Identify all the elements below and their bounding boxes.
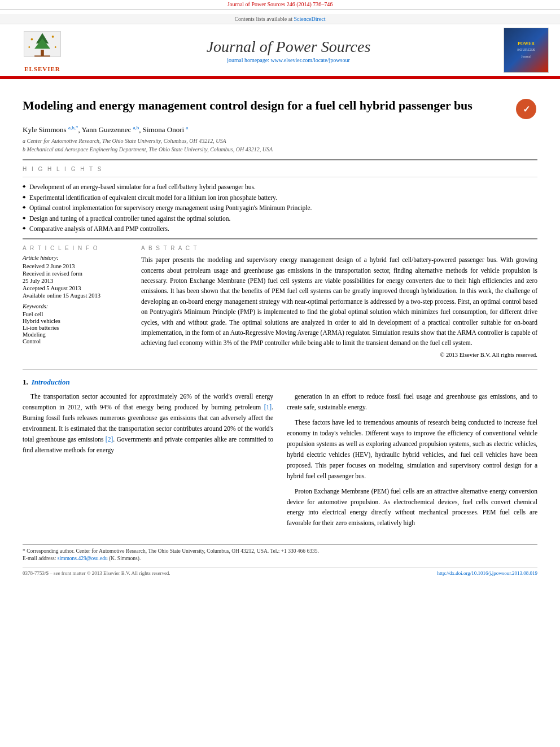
- received-revised-label: Received in revised form: [23, 270, 130, 277]
- highlight-item-2: Experimental identification of equivalen…: [23, 193, 537, 203]
- doi-anchor[interactable]: http://dx.doi.org/10.1016/j.jpowsour.201…: [437, 570, 537, 576]
- elsevier-logo: ELSEVIER: [11, 29, 73, 72]
- intro-right: generation in an effort to reduce fossil…: [287, 391, 537, 534]
- elsevier-label: ELSEVIER: [24, 65, 60, 72]
- journal-top-bar: Journal of Power Sources 246 (2014) 736–…: [0, 0, 560, 10]
- issn-text: 0378-7753/$ – see front matter © 2013 El…: [23, 570, 170, 576]
- contents-label: Contents lists available at: [234, 16, 292, 22]
- title-divider: [23, 159, 537, 160]
- intro-para2: generation in an effort to reduce fossil…: [287, 391, 537, 413]
- revised-date: 25 July 2013: [23, 278, 130, 284]
- highlight-item-1: Development of an energy-based simulator…: [23, 182, 537, 192]
- keyword-3: Li-ion batteries: [23, 325, 130, 331]
- citation-text: Journal of Power Sources 246 (2014) 736–…: [228, 1, 333, 7]
- paper-container: Modeling and energy management control d…: [0, 79, 560, 584]
- highlights-list: Development of an energy-based simulator…: [23, 182, 537, 234]
- intro-para4: Proton Exchange Membrane (PEM) fuel cell…: [287, 486, 537, 529]
- section-title: Introduction: [32, 378, 70, 387]
- contents-bar: Contents lists available at ScienceDirec…: [0, 14, 560, 24]
- abstract-text: This paper presents the modeling and sup…: [141, 255, 537, 348]
- journal-center: Journal of Power Sources journal homepag…: [73, 38, 504, 63]
- sciencedirect-link[interactable]: ScienceDirect: [294, 16, 325, 22]
- authors: Kyle Simmons a,b,*, Yann Guezennec a,b, …: [23, 125, 537, 134]
- crossmark-icon: ✓: [515, 98, 537, 120]
- history-label: Article history:: [23, 255, 130, 261]
- doi-link[interactable]: http://dx.doi.org/10.1016/j.jpowsour.201…: [437, 570, 537, 576]
- copyright: © 2013 Elsevier B.V. All rights reserved…: [141, 352, 537, 358]
- email-label: E-mail address:: [23, 556, 58, 561]
- article-info-abstract: A R T I C L E I N F O Article history: R…: [23, 245, 537, 358]
- affiliation-b: b Mechanical and Aerospace Engineering D…: [23, 145, 537, 154]
- keyword-5: Control: [23, 338, 130, 344]
- section-heading: 1. Introduction: [23, 378, 537, 391]
- highlights-top-divider: [23, 177, 537, 177]
- svg-point-8: [55, 46, 56, 48]
- journal-header: Contents lists available at ScienceDirec…: [0, 10, 560, 79]
- keywords-label: Keywords:: [23, 303, 130, 309]
- keyword-2: Hybrid vehicles: [23, 318, 130, 324]
- article-info-label: A R T I C L E I N F O: [23, 245, 130, 251]
- svg-point-6: [52, 36, 54, 38]
- received-date: Received 2 June 2013: [23, 263, 130, 269]
- highlights-header: H I G H L I G H T S: [23, 166, 537, 172]
- intro-left: The transportation sector accounted for …: [23, 391, 273, 534]
- highlight-item-3: Optimal control implementation for super…: [23, 203, 537, 213]
- paper-title-area: Modeling and energy management control d…: [23, 98, 537, 120]
- intro-para1: The transportation sector accounted for …: [23, 391, 273, 456]
- footnote-corresponding: * Corresponding author. Center for Autom…: [23, 548, 537, 554]
- footer-bar: 0378-7753/$ – see front matter © 2013 El…: [23, 567, 537, 576]
- affiliations: a Center for Automotive Research, The Oh…: [23, 137, 537, 154]
- accepted-date: Accepted 5 August 2013: [23, 285, 130, 291]
- email-link[interactable]: simmons.429@osu.edu: [58, 556, 108, 561]
- svg-text:✓: ✓: [523, 104, 530, 114]
- footnote-email: E-mail address: simmons.429@osu.edu (K. …: [23, 556, 537, 561]
- abstract-col: A B S T R A C T This paper presents the …: [141, 245, 537, 358]
- keyword-4: Modeling: [23, 331, 130, 338]
- intro-section: 1. Introduction The transportation secto…: [23, 369, 537, 534]
- email-author: (K. Simmons).: [109, 556, 141, 561]
- section-num: 1.: [23, 378, 28, 387]
- highlights-bottom-divider: [23, 238, 537, 239]
- keyword-1: Fuel cell: [23, 311, 130, 317]
- available-date: Available online 15 August 2013: [23, 292, 130, 299]
- journal-homepage: journal homepage: www.elsevier.com/locat…: [73, 57, 504, 63]
- affiliation-a: a Center for Automotive Research, The Oh…: [23, 137, 537, 145]
- article-info-col: A R T I C L E I N F O Article history: R…: [23, 245, 130, 358]
- highlight-item-5: Comparative analysis of ARMA and PMP con…: [23, 224, 537, 234]
- svg-point-5: [31, 38, 33, 40]
- homepage-url[interactable]: www.elsevier.com/locate/jpowsour: [270, 57, 349, 63]
- paper-title: Modeling and energy management control d…: [23, 98, 515, 114]
- journal-name: Journal of Power Sources: [73, 38, 504, 56]
- footnotes: * Corresponding author. Center for Autom…: [23, 544, 537, 561]
- abstract-label: A B S T R A C T: [141, 245, 537, 251]
- intro-para3: These factors have led to tremendous amo…: [287, 417, 537, 482]
- journal-cover-image: POWER SOURCES Journal: [504, 28, 549, 73]
- svg-rect-1: [41, 50, 44, 56]
- elsevier-tree-icon: [20, 29, 65, 65]
- svg-point-7: [28, 46, 30, 48]
- intro-body: The transportation sector accounted for …: [23, 391, 537, 534]
- highlight-item-4: Design and tuning of a practical control…: [23, 213, 537, 224]
